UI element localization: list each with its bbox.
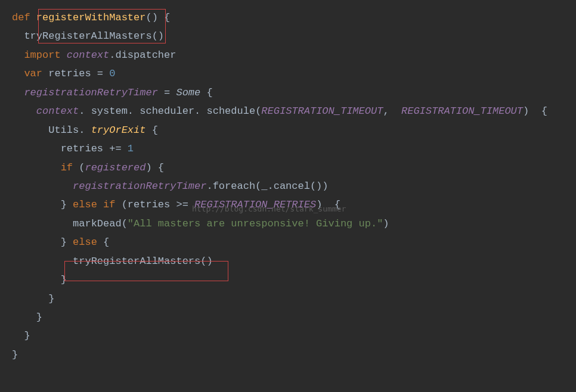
timer-var: registrationRetryTimer bbox=[73, 181, 206, 192]
foreach-method: foreach bbox=[213, 181, 255, 192]
indent bbox=[12, 68, 24, 79]
open-paren: ( bbox=[255, 105, 261, 117]
parens: () bbox=[145, 12, 157, 23]
indent bbox=[12, 143, 61, 154]
string-literal: "All masters are unresponsive! Giving up… bbox=[128, 218, 383, 229]
scheduler-ref: scheduler bbox=[140, 105, 194, 117]
context-ref: context bbox=[61, 49, 110, 61]
close-paren: ) bbox=[316, 199, 322, 210]
keyword-else-if: else if bbox=[67, 199, 116, 210]
code-line-8: retries += 1 bbox=[12, 139, 564, 158]
keyword-if: if bbox=[61, 162, 73, 173]
open-paren: ( bbox=[255, 181, 261, 192]
underscore: _ bbox=[261, 181, 267, 192]
constant-timeout1: REGISTRATION_TIMEOUT bbox=[261, 105, 383, 117]
timer-var: registrationRetryTimer bbox=[24, 87, 157, 98]
keyword-var: var bbox=[24, 68, 42, 79]
method-call: tryRegisterAllMasters bbox=[73, 256, 200, 267]
indent bbox=[12, 237, 61, 248]
brace: { bbox=[145, 125, 157, 136]
retries-var: retries bbox=[128, 199, 176, 210]
indent bbox=[12, 330, 24, 341]
dot: . bbox=[128, 105, 140, 117]
indent bbox=[12, 256, 73, 267]
open-paren: ( bbox=[115, 199, 127, 210]
code-line-14: tryRegisterAllMasters() bbox=[12, 252, 564, 270]
equals: = bbox=[158, 87, 176, 98]
indent bbox=[12, 218, 73, 229]
number-one: 1 bbox=[122, 143, 134, 154]
code-line-5: registrationRetryTimer = Some { bbox=[12, 83, 564, 102]
code-editor-area: def registerWithMaster() { tryRegisterAl… bbox=[12, 8, 564, 364]
dot: . bbox=[79, 125, 91, 136]
code-line-17: } bbox=[12, 308, 564, 326]
space bbox=[188, 199, 194, 210]
var-name: retries bbox=[42, 68, 97, 79]
constant-retries: REGISTRATION_RETRIES bbox=[194, 199, 316, 210]
system-ref: system bbox=[91, 105, 128, 117]
brace: { bbox=[322, 199, 340, 210]
close-brace: } bbox=[24, 330, 30, 341]
dot: . bbox=[268, 181, 274, 192]
brace: { bbox=[97, 237, 109, 248]
constant-timeout2: REGISTRATION_TIMEOUT bbox=[395, 105, 523, 117]
indent bbox=[12, 162, 61, 173]
markdead-method: markDead bbox=[73, 218, 122, 229]
code-line-13: } else { bbox=[12, 233, 564, 251]
indent bbox=[12, 181, 73, 192]
brace: { bbox=[158, 12, 170, 23]
indent bbox=[12, 105, 36, 117]
dispatcher-ref: dispatcher bbox=[115, 49, 176, 61]
indent bbox=[12, 87, 24, 98]
keyword-def: def bbox=[12, 12, 30, 23]
indent bbox=[12, 293, 48, 304]
tryorexit-method: tryOrExit bbox=[91, 125, 146, 136]
close-brace: } bbox=[61, 274, 67, 285]
dot: . bbox=[206, 181, 212, 192]
indent bbox=[12, 125, 48, 136]
brace: { bbox=[529, 105, 547, 117]
dot: . bbox=[194, 105, 206, 117]
code-line-9: if (registered) { bbox=[12, 158, 564, 177]
code-line-2: tryRegisterAllMasters() bbox=[12, 27, 564, 45]
keyword-import: import bbox=[24, 49, 60, 61]
schedule-method: schedule bbox=[207, 105, 256, 117]
brace: { bbox=[200, 87, 212, 98]
code-line-12: markDead("All masters are unresponsive! … bbox=[12, 214, 564, 233]
close-paren: ) bbox=[383, 218, 389, 229]
keyword-else: else bbox=[67, 237, 97, 248]
indent bbox=[12, 312, 36, 323]
open-paren: ( bbox=[73, 162, 85, 173]
method-call: tryRegisterAllMasters bbox=[24, 30, 151, 42]
utils-ref: Utils bbox=[48, 125, 79, 136]
close-brace: } bbox=[48, 293, 54, 304]
code-line-19: } bbox=[12, 346, 564, 364]
registered-var: registered bbox=[85, 162, 145, 173]
open-paren: ( bbox=[122, 218, 128, 229]
code-line-10: registrationRetryTimer.foreach(_.cancel(… bbox=[12, 177, 564, 195]
code-line-7: Utils. tryOrExit { bbox=[12, 121, 564, 139]
code-line-1: def registerWithMaster() { bbox=[12, 8, 564, 27]
close-paren: ) bbox=[145, 162, 151, 173]
dot: . bbox=[79, 105, 91, 117]
parens: () bbox=[310, 181, 322, 192]
code-line-16: } bbox=[12, 290, 564, 308]
close-brace: } bbox=[12, 349, 18, 360]
code-line-15: } bbox=[12, 270, 564, 289]
brace: { bbox=[152, 162, 164, 173]
some-keyword: Some bbox=[176, 87, 200, 98]
cancel-method: cancel bbox=[274, 181, 310, 192]
close-brace: } bbox=[61, 237, 67, 248]
code-line-18: } bbox=[12, 326, 564, 345]
indent bbox=[12, 49, 24, 61]
equals: = bbox=[97, 68, 103, 79]
number-zero: 0 bbox=[103, 68, 115, 79]
function-name: registerWithMaster bbox=[30, 12, 146, 23]
dot: . bbox=[109, 49, 115, 61]
context-ref: context bbox=[36, 105, 79, 117]
code-line-4: var retries = 0 bbox=[12, 64, 564, 83]
parens: () bbox=[200, 256, 212, 267]
indent bbox=[12, 30, 24, 42]
indent bbox=[12, 274, 61, 285]
code-line-11: } else if (retries >= REGISTRATION_RETRI… bbox=[12, 195, 564, 214]
